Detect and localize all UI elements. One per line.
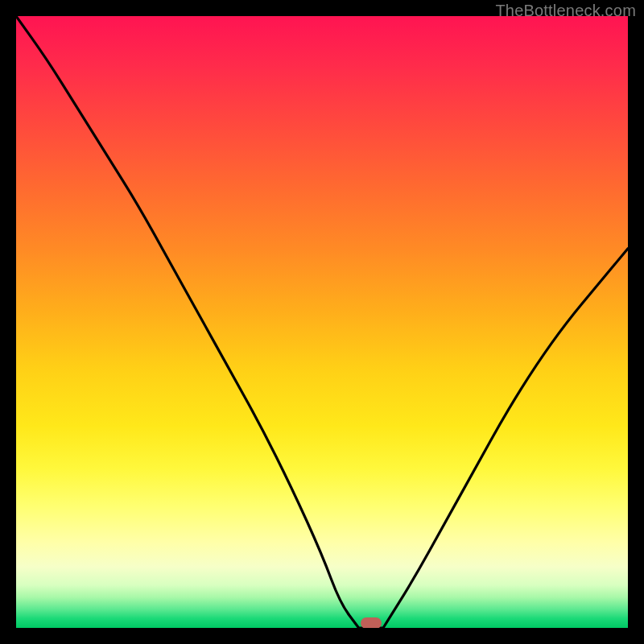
optimal-marker	[361, 617, 382, 628]
chart-frame: TheBottleneck.com	[0, 0, 644, 644]
bottleneck-curve	[16, 16, 628, 628]
plot-area	[16, 16, 628, 628]
